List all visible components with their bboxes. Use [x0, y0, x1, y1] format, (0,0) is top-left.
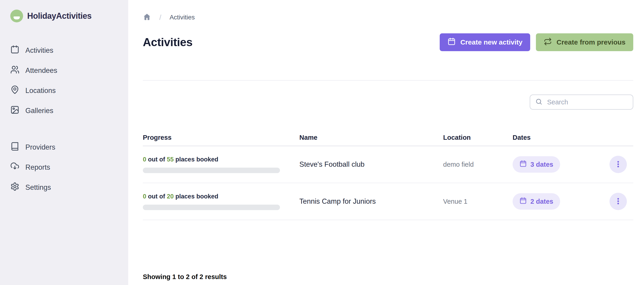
brand-logo[interactable]: HolidayActivities [10, 9, 128, 22]
table-row: 0 out of 55 places booked Steve's Footba… [143, 146, 633, 183]
calendar-icon [520, 160, 527, 169]
repeat-icon [544, 37, 552, 47]
column-header-name: Name [300, 134, 443, 141]
progress-text: 0 out of 20 places booked [143, 193, 300, 200]
capacity-count: 55 [167, 156, 174, 163]
progress-bar [143, 205, 280, 210]
app-window: HolidayActivities Activities Attendees L… [0, 0, 644, 285]
sidebar-group-gap [10, 121, 128, 137]
search-box [530, 95, 633, 110]
column-header-dates: Dates [512, 134, 600, 141]
gallery-icon [10, 105, 20, 116]
map-pin-icon [10, 85, 20, 96]
create-new-activity-label: Create new activity [460, 38, 522, 46]
activities-table: Progress Name Location Dates 0 out of 55… [143, 129, 633, 220]
row-actions-menu-button[interactable] [610, 156, 627, 173]
book-icon [10, 142, 20, 153]
sidebar-item-locations[interactable]: Locations [10, 81, 128, 101]
kebab-icon [614, 197, 622, 206]
search-icon [535, 98, 542, 106]
cloud-download-icon [10, 162, 20, 173]
dates-chip[interactable]: 2 dates [512, 193, 560, 210]
sidebar-item-settings[interactable]: Settings [10, 177, 128, 198]
sidebar-item-label: Attendees [25, 66, 57, 75]
sidebar: HolidayActivities Activities Attendees L… [0, 0, 128, 285]
dates-cell: 3 dates [512, 156, 600, 173]
calendar-icon [448, 37, 456, 47]
create-new-activity-button[interactable]: Create new activity [440, 33, 530, 51]
progress-suffix: places booked [176, 193, 218, 200]
search-row [143, 95, 633, 110]
progress-suffix: places booked [176, 156, 218, 163]
search-input[interactable] [547, 98, 628, 106]
column-header-progress: Progress [143, 134, 300, 141]
kebab-icon [614, 160, 622, 169]
sidebar-item-label: Galleries [25, 107, 53, 115]
sidebar-item-activities[interactable]: Activities [10, 40, 128, 60]
sidebar-item-label: Activities [25, 46, 53, 55]
sidebar-item-galleries[interactable]: Galleries [10, 101, 128, 121]
dates-cell: 2 dates [512, 193, 600, 210]
sidebar-nav: Activities Attendees Locations Galleries [10, 40, 128, 198]
breadcrumb-separator: / [159, 13, 161, 22]
dates-chip-label: 2 dates [530, 198, 553, 205]
progress-cell: 0 out of 55 places booked [143, 156, 300, 173]
breadcrumb-current[interactable]: Activities [170, 14, 195, 21]
progress-cell: 0 out of 20 places booked [143, 193, 300, 210]
home-icon[interactable] [143, 13, 151, 22]
create-from-previous-label: Create from previous [556, 38, 626, 46]
header-divider [143, 80, 633, 81]
calendar-icon [520, 197, 527, 206]
sidebar-item-label: Settings [25, 183, 51, 192]
brand-smile-icon [10, 9, 23, 22]
breadcrumb: / Activities [143, 0, 633, 22]
sidebar-item-attendees[interactable]: Attendees [10, 60, 128, 81]
progress-infix: out of [148, 193, 165, 200]
row-actions-menu-button[interactable] [610, 193, 627, 210]
booked-count: 0 [143, 156, 146, 163]
main-content: / Activities Activities Create new activ… [128, 0, 644, 285]
calendar-icon [10, 45, 20, 56]
activity-name[interactable]: Tennis Camp for Juniors [300, 197, 443, 206]
progress-text: 0 out of 55 places booked [143, 156, 300, 163]
booked-count: 0 [143, 193, 146, 200]
activity-name[interactable]: Steve's Football club [300, 160, 443, 169]
sidebar-item-reports[interactable]: Reports [10, 157, 128, 177]
column-header-location: Location [443, 134, 512, 141]
users-icon [10, 65, 20, 76]
capacity-count: 20 [167, 193, 174, 200]
results-summary: Showing 1 to 2 of 2 results [143, 273, 633, 281]
create-from-previous-button[interactable]: Create from previous [536, 33, 633, 51]
page-header: Activities Create new activity Create fr… [143, 33, 633, 51]
gear-icon [10, 182, 20, 193]
brand-name: HolidayActivities [27, 11, 92, 21]
dates-chip[interactable]: 3 dates [512, 156, 560, 173]
progress-bar [143, 168, 280, 173]
sidebar-item-label: Locations [25, 87, 56, 95]
table-row: 0 out of 20 places booked Tennis Camp fo… [143, 183, 633, 220]
header-buttons: Create new activity Create from previous [440, 33, 633, 51]
sidebar-item-label: Reports [25, 163, 50, 172]
progress-infix: out of [148, 156, 165, 163]
activity-location: Venue 1 [443, 198, 512, 205]
activity-location: demo field [443, 161, 512, 168]
sidebar-item-label: Providers [25, 143, 55, 151]
table-header-row: Progress Name Location Dates [143, 129, 633, 146]
dates-chip-label: 3 dates [530, 161, 553, 168]
page-title: Activities [143, 36, 192, 49]
sidebar-item-providers[interactable]: Providers [10, 137, 128, 157]
